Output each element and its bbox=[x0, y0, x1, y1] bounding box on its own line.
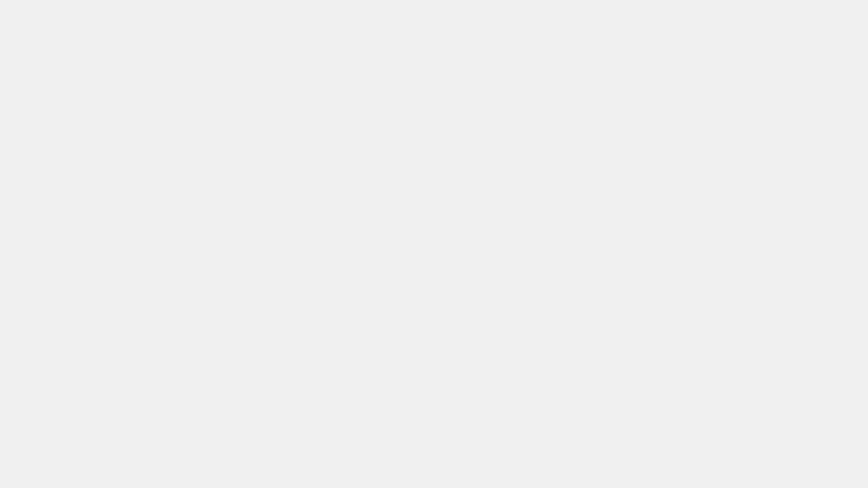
domino-midi-editor-window bbox=[0, 0, 868, 488]
